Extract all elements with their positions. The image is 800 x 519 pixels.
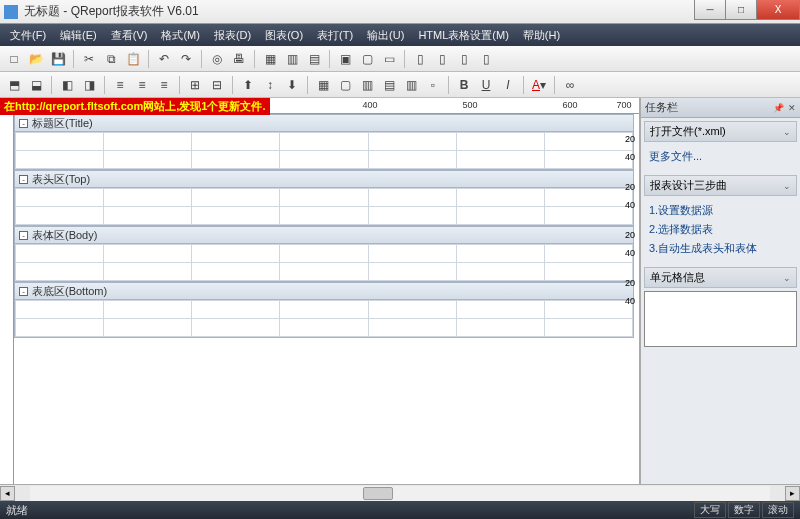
border-in-icon[interactable]: ▥: [357, 75, 377, 95]
cell[interactable]: [16, 151, 104, 169]
section-body[interactable]: [14, 132, 634, 170]
cell[interactable]: [280, 207, 368, 225]
open-icon[interactable]: 📂: [26, 49, 46, 69]
redo-icon[interactable]: ↷: [176, 49, 196, 69]
menu-edit[interactable]: 编辑(E): [54, 26, 103, 45]
cell[interactable]: [16, 301, 104, 319]
section-header[interactable]: -表底区(Bottom): [14, 282, 634, 300]
taskpane-design-header[interactable]: 报表设计三步曲⌄: [644, 175, 797, 196]
cell[interactable]: [16, 245, 104, 263]
cell[interactable]: [192, 301, 280, 319]
menu-output[interactable]: 输出(U): [361, 26, 410, 45]
menu-format[interactable]: 格式(M): [155, 26, 206, 45]
cell[interactable]: [192, 151, 280, 169]
cell[interactable]: [456, 319, 544, 337]
cell[interactable]: [544, 245, 632, 263]
menu-report[interactable]: 报表(D): [208, 26, 257, 45]
export-icon[interactable]: ▯: [410, 49, 430, 69]
cell[interactable]: [192, 189, 280, 207]
cell[interactable]: [368, 319, 456, 337]
cell[interactable]: [192, 245, 280, 263]
cell[interactable]: [544, 151, 632, 169]
cell[interactable]: [16, 319, 104, 337]
cell[interactable]: [368, 189, 456, 207]
cell[interactable]: [368, 301, 456, 319]
menu-html[interactable]: HTML表格设置(M): [412, 26, 514, 45]
section-body[interactable]: [14, 244, 634, 282]
scroll-track[interactable]: [30, 486, 770, 501]
cell[interactable]: [456, 245, 544, 263]
cell[interactable]: [368, 245, 456, 263]
cell[interactable]: [544, 207, 632, 225]
cell[interactable]: [456, 263, 544, 281]
bold-icon[interactable]: B: [454, 75, 474, 95]
cell[interactable]: [16, 263, 104, 281]
cell[interactable]: [280, 189, 368, 207]
align-right-icon[interactable]: ≡: [154, 75, 174, 95]
valign-bot-icon[interactable]: ⬇: [282, 75, 302, 95]
print-icon[interactable]: 🖶: [229, 49, 249, 69]
cell[interactable]: [104, 151, 192, 169]
border-h-icon[interactable]: ▤: [379, 75, 399, 95]
insert-col-left-icon[interactable]: ◧: [57, 75, 77, 95]
taskpane-pin-icon[interactable]: 📌: [773, 103, 784, 113]
menu-help[interactable]: 帮助(H): [517, 26, 566, 45]
cell[interactable]: [544, 133, 632, 151]
cut-icon[interactable]: ✂: [79, 49, 99, 69]
cell[interactable]: [280, 301, 368, 319]
insert-row-above-icon[interactable]: ⬒: [4, 75, 24, 95]
save-icon[interactable]: 💾: [48, 49, 68, 69]
toggle-icon[interactable]: -: [19, 287, 28, 296]
taskpane-cellinfo-header[interactable]: 单元格信息⌄: [644, 267, 797, 288]
align-center-icon[interactable]: ≡: [132, 75, 152, 95]
cell[interactable]: [104, 319, 192, 337]
cell[interactable]: [456, 151, 544, 169]
cell[interactable]: [16, 133, 104, 151]
cell[interactable]: [280, 245, 368, 263]
cell[interactable]: [456, 189, 544, 207]
align-left-icon[interactable]: ≡: [110, 75, 130, 95]
border-v-icon[interactable]: ▥: [401, 75, 421, 95]
update-notice[interactable]: 在http://qreport.fltsoft.com网站上,发现1个更新文件.: [0, 98, 270, 115]
merge-icon[interactable]: ⊞: [185, 75, 205, 95]
paste-icon[interactable]: 📋: [123, 49, 143, 69]
cell[interactable]: [280, 263, 368, 281]
cell[interactable]: [280, 151, 368, 169]
menu-view[interactable]: 查看(V): [105, 26, 154, 45]
taskpane-step3[interactable]: 3.自动生成表头和表体: [649, 239, 792, 258]
section-header[interactable]: -表体区(Body): [14, 226, 634, 244]
cell[interactable]: [544, 301, 632, 319]
canvas-scroll[interactable]: -标题区(Title)-表头区(Top)-表体区(Body)-表底区(Botto…: [14, 114, 639, 484]
menu-sheet[interactable]: 表打(T): [311, 26, 359, 45]
export4-icon[interactable]: ▯: [476, 49, 496, 69]
undo-icon[interactable]: ↶: [154, 49, 174, 69]
cell[interactable]: [280, 319, 368, 337]
toggle-icon[interactable]: -: [19, 175, 28, 184]
cell[interactable]: [368, 207, 456, 225]
cell[interactable]: [192, 133, 280, 151]
taskpane-step1[interactable]: 1.设置数据源: [649, 201, 792, 220]
menu-chart[interactable]: 图表(O): [259, 26, 309, 45]
insert-col-right-icon[interactable]: ◨: [79, 75, 99, 95]
cell[interactable]: [192, 207, 280, 225]
image-icon[interactable]: ▢: [357, 49, 377, 69]
barcode-icon[interactable]: ▭: [379, 49, 399, 69]
cell[interactable]: [104, 263, 192, 281]
cell[interactable]: [456, 301, 544, 319]
col-icon[interactable]: ▥: [282, 49, 302, 69]
cell[interactable]: [16, 207, 104, 225]
cell[interactable]: [456, 133, 544, 151]
cell[interactable]: [544, 263, 632, 281]
section-header[interactable]: -标题区(Title): [14, 114, 634, 132]
copy-icon[interactable]: ⧉: [101, 49, 121, 69]
section-body[interactable]: [14, 188, 634, 226]
valign-top-icon[interactable]: ⬆: [238, 75, 258, 95]
horizontal-scrollbar[interactable]: ◂ ▸: [0, 484, 800, 501]
cell[interactable]: [544, 189, 632, 207]
toggle-icon[interactable]: -: [19, 231, 28, 240]
preview-icon[interactable]: ◎: [207, 49, 227, 69]
export3-icon[interactable]: ▯: [454, 49, 474, 69]
export2-icon[interactable]: ▯: [432, 49, 452, 69]
cell[interactable]: [16, 189, 104, 207]
cell[interactable]: [104, 207, 192, 225]
